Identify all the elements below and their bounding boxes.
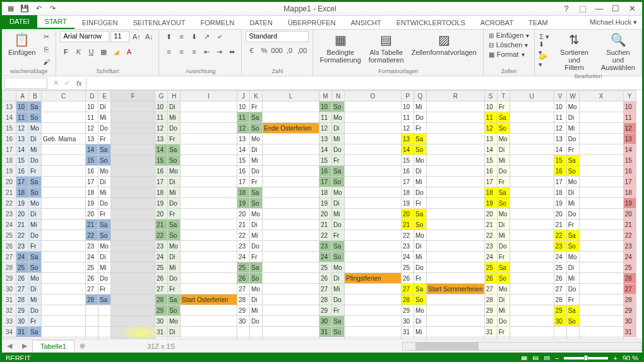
cell[interactable] — [263, 144, 319, 155]
cell[interactable]: Do — [168, 273, 181, 284]
col-header-H[interactable]: H — [168, 91, 181, 102]
cell[interactable] — [427, 273, 485, 284]
cell[interactable]: Do — [414, 187, 427, 198]
cell[interactable] — [181, 187, 237, 198]
cell[interactable]: Mo — [566, 177, 579, 187]
cell[interactable]: 11 — [554, 112, 566, 123]
cell[interactable]: 19 — [155, 198, 168, 209]
cell[interactable]: 28 — [155, 295, 168, 305]
name-box[interactable] — [4, 78, 47, 89]
cell[interactable]: 24 — [319, 252, 332, 262]
cell[interactable] — [427, 252, 485, 262]
cell[interactable]: So — [168, 305, 181, 316]
sheet-tab-1[interactable]: Tabelle1 — [32, 340, 75, 352]
cell[interactable] — [181, 198, 237, 209]
tab-formulas[interactable]: FORMELN — [193, 16, 242, 29]
cell[interactable]: Sa — [29, 327, 42, 337]
cell[interactable] — [319, 337, 332, 339]
cell[interactable] — [111, 155, 155, 166]
cell[interactable]: So — [332, 102, 345, 112]
cell[interactable] — [263, 134, 319, 144]
cell[interactable] — [510, 134, 554, 144]
cell[interactable]: So — [29, 187, 42, 198]
cell[interactable]: 14 — [16, 144, 29, 155]
cell[interactable]: Di — [497, 219, 510, 230]
cell[interactable] — [510, 166, 554, 177]
cell[interactable] — [42, 252, 86, 262]
cell[interactable] — [42, 230, 86, 241]
col-header-J[interactable]: J — [237, 91, 250, 102]
zoom-slider[interactable] — [564, 357, 608, 359]
row-header[interactable]: 19 — [3, 166, 16, 177]
cell[interactable]: 23 — [554, 241, 566, 252]
cell[interactable]: Fr — [566, 295, 579, 305]
cell[interactable]: So — [497, 123, 510, 134]
cell[interactable]: Di — [414, 241, 427, 252]
cell[interactable]: Do — [332, 144, 345, 155]
cell[interactable] — [510, 252, 554, 262]
cell[interactable]: 12 — [319, 123, 332, 134]
format-cells-button[interactable]: ▦ Format ▾ — [487, 50, 526, 59]
cell[interactable] — [42, 284, 86, 295]
cell[interactable] — [345, 327, 402, 337]
col-header-L[interactable]: L — [263, 91, 319, 102]
col-header-P[interactable]: P — [402, 91, 414, 102]
cell[interactable] — [345, 230, 402, 241]
cell[interactable]: So — [29, 262, 42, 273]
row-header[interactable]: 32 — [3, 305, 16, 316]
cell[interactable]: 25 — [16, 262, 29, 273]
cell[interactable]: Fr — [566, 144, 579, 155]
cell[interactable] — [510, 112, 554, 123]
cell[interactable] — [579, 284, 623, 295]
cell[interactable]: So — [98, 230, 111, 241]
cell[interactable]: Mi — [497, 230, 510, 241]
align-middle-icon[interactable]: ≡ — [176, 31, 187, 42]
align-bottom-icon[interactable]: ⬇ — [188, 31, 200, 42]
cell[interactable] — [263, 316, 319, 327]
cell[interactable]: Sa — [332, 241, 345, 252]
cell[interactable] — [111, 219, 155, 230]
cell[interactable]: So — [98, 155, 111, 166]
undo-icon[interactable]: ↶ — [32, 3, 45, 15]
currency-icon[interactable]: € — [246, 45, 257, 56]
cell[interactable]: 19 — [237, 198, 250, 209]
cell[interactable] — [181, 241, 237, 252]
cell[interactable] — [181, 144, 237, 155]
cell[interactable] — [332, 337, 345, 339]
cell[interactable]: 18 — [554, 187, 566, 198]
cell[interactable] — [427, 166, 485, 177]
cell[interactable]: 23 — [623, 241, 636, 252]
cell[interactable]: 20 — [237, 209, 250, 219]
col-header-N[interactable]: N — [332, 91, 345, 102]
cell[interactable] — [579, 219, 623, 230]
cell[interactable]: 12 — [237, 123, 250, 134]
cell[interactable]: Sa — [497, 112, 510, 123]
col-header-W[interactable]: W — [566, 91, 579, 102]
cell[interactable] — [510, 241, 554, 252]
row-header[interactable]: 34 — [3, 327, 16, 337]
cell[interactable]: Do — [168, 198, 181, 209]
cell[interactable]: Mi — [168, 262, 181, 273]
cell[interactable] — [510, 144, 554, 155]
cell[interactable]: 15 — [402, 155, 414, 166]
cell[interactable]: 27 — [484, 284, 497, 295]
col-header-U[interactable]: U — [510, 91, 554, 102]
cell[interactable]: Di — [168, 102, 181, 112]
cell[interactable] — [510, 198, 554, 209]
cell[interactable]: Di — [29, 284, 42, 295]
cell[interactable]: 25 — [484, 262, 497, 273]
col-header-M[interactable]: M — [319, 91, 332, 102]
cell[interactable]: 16 — [319, 166, 332, 177]
cell[interactable] — [16, 337, 29, 339]
conditional-formatting-button[interactable]: ▦Bedingte Formatierung — [317, 31, 363, 65]
cell[interactable] — [427, 241, 485, 252]
cell[interactable]: 23 — [16, 241, 29, 252]
sheet-nav-prev-icon[interactable]: ◀ — [2, 342, 17, 350]
cell[interactable]: So — [566, 241, 579, 252]
cell[interactable]: Fr — [29, 166, 42, 177]
cell[interactable]: Do — [566, 284, 579, 295]
cell[interactable] — [111, 166, 155, 177]
cell[interactable] — [42, 155, 86, 166]
cell[interactable]: 31 — [16, 327, 29, 337]
cell[interactable]: 18 — [484, 187, 497, 198]
